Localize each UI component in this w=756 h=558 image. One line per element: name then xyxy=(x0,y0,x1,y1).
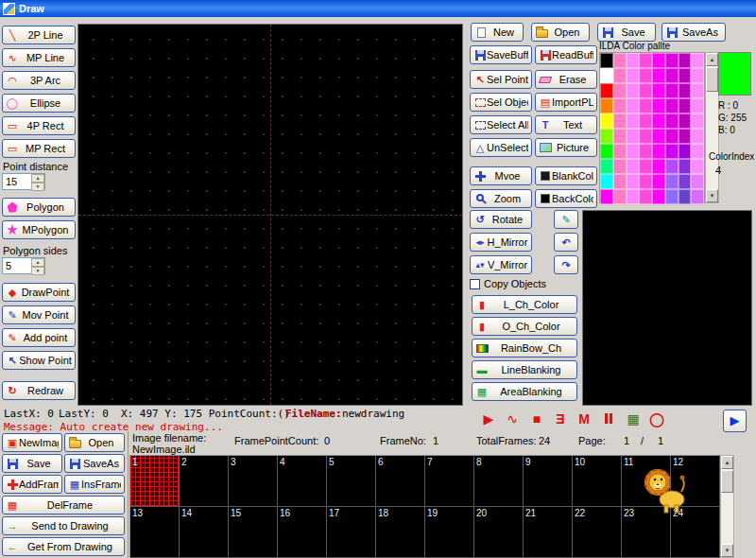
palette-color-cell[interactable] xyxy=(600,83,613,98)
spin-down-icon[interactable]: ▼ xyxy=(31,183,44,191)
frame-cell[interactable]: 17 xyxy=(327,507,376,558)
drawing-canvas[interactable] xyxy=(77,24,463,406)
delframe-button[interactable]: ▦ DelFrame xyxy=(2,496,125,514)
move-button[interactable]: Mvoe xyxy=(470,166,532,185)
select-all-button[interactable]: Select All xyxy=(470,115,532,134)
palette-color-cell[interactable] xyxy=(665,174,679,189)
palette-color-cell[interactable] xyxy=(679,68,692,83)
palette-color-cell[interactable] xyxy=(652,144,665,159)
palette-color-cell[interactable] xyxy=(691,113,704,129)
palette-color-cell[interactable] xyxy=(639,189,652,204)
tool-mp-line-button[interactable]: ∿ MP Line xyxy=(2,48,76,67)
palette-color-cell[interactable] xyxy=(691,68,704,83)
frame-scrollbar-thumb[interactable] xyxy=(721,470,733,493)
tool-drawpoint-button[interactable]: ◆ DrawPoint xyxy=(2,283,76,302)
erase-button[interactable]: Erase xyxy=(535,70,597,89)
palette-color-cell[interactable] xyxy=(639,129,652,144)
palette-color-cell[interactable] xyxy=(639,53,652,68)
palette-color-cell[interactable] xyxy=(627,144,640,159)
open-button[interactable]: Open xyxy=(531,23,590,42)
record-icon[interactable]: ◯ xyxy=(646,410,667,427)
palette-color-cell[interactable] xyxy=(639,113,652,129)
scroll-down-button[interactable]: ▼ xyxy=(706,189,718,202)
wave-icon[interactable]: ∿ xyxy=(502,410,523,427)
palette-color-cell[interactable] xyxy=(691,83,704,98)
spin-up-icon[interactable]: ▲ xyxy=(31,258,44,267)
palette-color-cell[interactable] xyxy=(613,113,627,129)
palette-color-cell[interactable] xyxy=(627,68,640,83)
palette-color-cell[interactable] xyxy=(600,53,613,68)
polygon-sides-spinner[interactable]: 5 ▲▼ xyxy=(2,257,45,274)
tool-showpoint-button[interactable]: ↖ Show Point xyxy=(2,351,76,370)
get-from-drawing-button[interactable]: ← Get From Drawing xyxy=(2,537,125,556)
save-button[interactable]: Save xyxy=(597,23,656,42)
palette-color-cell[interactable] xyxy=(600,159,613,174)
frame-cell[interactable]: 23 xyxy=(622,507,671,558)
palette-color-cell[interactable] xyxy=(613,159,627,174)
palette-color-cell[interactable] xyxy=(665,159,679,174)
palette-color-cell[interactable] xyxy=(652,174,665,189)
rainbow-ch-button[interactable]: RainBow_Ch xyxy=(472,339,577,357)
readbuff-button[interactable]: ReadBuff xyxy=(535,45,597,64)
palette-color-cell[interactable] xyxy=(613,144,627,159)
addframe-button[interactable]: AddFrame xyxy=(2,475,62,494)
palette-color-cell[interactable] xyxy=(627,189,640,204)
palette-color-cell[interactable] xyxy=(665,113,679,129)
palette-color-cell[interactable] xyxy=(600,98,613,113)
zoom-button[interactable]: Zoom xyxy=(470,189,532,208)
palette-color-cell[interactable] xyxy=(613,53,627,68)
open-image-button[interactable]: Open xyxy=(64,433,125,452)
picture-button[interactable]: Picture xyxy=(535,138,597,157)
palette-scrollbar[interactable]: ▲ ▼ xyxy=(705,52,719,203)
palette-color-cell[interactable] xyxy=(679,174,692,189)
palette-color-cell[interactable] xyxy=(639,174,652,189)
palette-color-cell[interactable] xyxy=(691,129,704,144)
savebuff-button[interactable]: SaveBuff xyxy=(470,45,532,64)
palette-color-cell[interactable] xyxy=(679,159,692,174)
send-to-drawing-button[interactable]: → Send to Drawing xyxy=(2,516,125,535)
palette-color-cell[interactable] xyxy=(600,144,613,159)
palette-color-cell[interactable] xyxy=(639,159,652,174)
palette-color-cell[interactable] xyxy=(627,159,640,174)
frame-cell[interactable]: 13 xyxy=(130,507,180,558)
insframe-button[interactable]: ▦ InsFrame xyxy=(64,475,125,494)
sel-point-button[interactable]: ↖ Sel Point xyxy=(470,70,532,89)
palette-color-cell[interactable] xyxy=(665,129,679,144)
palette-color-cell[interactable] xyxy=(679,113,692,129)
lineblanking-button[interactable]: ▬ LineBlanking xyxy=(472,360,577,379)
mini-draw-icon[interactable]: ▦ xyxy=(623,410,644,427)
frame-strip[interactable]: 123456789101112131415161718192021222324 xyxy=(129,455,720,558)
saveas-button[interactable]: SaveAs xyxy=(662,23,726,42)
blankcolor-button[interactable]: BlankColor xyxy=(535,166,597,185)
frame-strip-scrollbar[interactable]: ▲ ▼ xyxy=(720,455,734,558)
palette-color-cell[interactable] xyxy=(652,53,665,68)
frame-cell[interactable]: 8 xyxy=(474,456,524,507)
palette-color-cell[interactable] xyxy=(665,83,679,98)
point-distance-spinner[interactable]: 15 ▲▼ xyxy=(2,173,45,190)
spin-up-icon[interactable]: ▲ xyxy=(31,174,44,183)
backcolor-button[interactable]: BackColor xyxy=(535,189,597,208)
frame-cell[interactable]: 19 xyxy=(425,507,474,558)
frame-cell[interactable]: 2 xyxy=(180,456,229,507)
areablanking-button[interactable]: ▦ AreaBlanking xyxy=(472,382,577,401)
tool-2p-line-button[interactable]: ╲ 2P Line xyxy=(2,26,76,44)
palette-color-cell[interactable] xyxy=(639,98,652,113)
frame-cell[interactable]: 24 xyxy=(671,507,720,558)
palette-color-cell[interactable] xyxy=(627,83,640,98)
m-mode-icon[interactable]: M xyxy=(574,410,594,427)
palette-color-cell[interactable] xyxy=(691,144,704,159)
frame-cell[interactable]: 3 xyxy=(229,456,278,507)
polygon-sides-value[interactable]: 5 xyxy=(3,258,31,273)
palette-color-cell[interactable] xyxy=(691,174,704,189)
palette-color-cell[interactable] xyxy=(627,53,640,68)
palette-color-cell[interactable] xyxy=(627,129,640,144)
rotate-button[interactable]: ↺ Rotate xyxy=(470,210,532,229)
palette-color-cell[interactable] xyxy=(613,68,627,83)
tool-ellipse-button[interactable]: ◯ Ellipse xyxy=(2,94,76,113)
redraw-button[interactable]: ↻ Redraw xyxy=(2,381,76,400)
palette-color-cell[interactable] xyxy=(679,53,692,68)
saveas-image-button[interactable]: SaveAs xyxy=(64,454,125,473)
frame-cell[interactable]: 9 xyxy=(524,456,573,507)
new-button[interactable]: New xyxy=(471,23,524,42)
palette-color-cell[interactable] xyxy=(691,159,704,174)
